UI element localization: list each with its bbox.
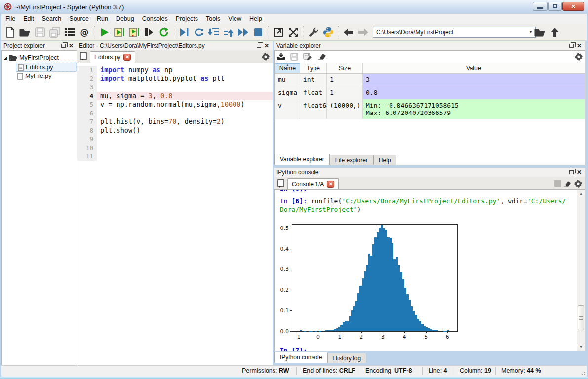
scroll-down-icon[interactable]: ▼: [577, 343, 585, 351]
menu-consoles[interactable]: Consoles: [138, 15, 172, 23]
column-header-type[interactable]: Type: [300, 63, 327, 73]
browse-tabs-button[interactable]: [274, 178, 287, 190]
variable-row-v[interactable]: vfloat64(10000,)Min: -0.8466367171058615…: [275, 99, 585, 119]
browse-directory-button[interactable]: [533, 25, 548, 39]
console-tab-1a[interactable]: Console 1/A ✕: [287, 178, 339, 190]
run-cell-button[interactable]: [112, 25, 127, 39]
column-header-size[interactable]: Size: [327, 63, 363, 73]
tab-variable-explorer[interactable]: Variable explorer: [274, 154, 330, 165]
editor-tab-editors-py[interactable]: Editors.py ✕: [90, 51, 135, 63]
undock-button[interactable]: [567, 42, 575, 49]
editor-options-button[interactable]: [262, 53, 270, 61]
continue-button[interactable]: [236, 25, 251, 39]
code-line-6[interactable]: 6: [77, 109, 273, 118]
menu-tools[interactable]: Tools: [202, 15, 224, 23]
python-path-button[interactable]: [321, 25, 336, 39]
code-line-11[interactable]: 11: [77, 152, 273, 161]
variable-row-sigma[interactable]: sigmafloat10.8: [275, 86, 585, 99]
maximize-button[interactable]: [548, 2, 562, 11]
run-file-button[interactable]: [97, 25, 112, 39]
rerun-button[interactable]: [157, 25, 171, 39]
step-return-button[interactable]: [221, 25, 236, 39]
interrupt-kernel-button[interactable]: [554, 180, 561, 187]
undock-button[interactable]: [255, 42, 263, 49]
code-line-1[interactable]: 1import numpy as np: [77, 66, 273, 75]
resize-grip[interactable]: [580, 370, 586, 376]
minimize-button[interactable]: [533, 2, 548, 11]
stop-debug-button[interactable]: [251, 25, 266, 39]
remove-variables-button[interactable]: [317, 53, 326, 60]
wrench-icon: [308, 27, 319, 38]
close-pane-button[interactable]: ✕: [67, 42, 75, 49]
browse-tabs-button[interactable]: [77, 51, 90, 63]
close-console-button[interactable]: ✕: [327, 181, 334, 188]
menu-debug[interactable]: Debug: [112, 15, 138, 23]
console-scrollbar[interactable]: ▲ ▼: [577, 190, 585, 351]
back-button[interactable]: [341, 25, 356, 39]
run-selection-button[interactable]: [142, 25, 157, 39]
tree-item-editors-py[interactable]: Editors.py: [16, 63, 77, 72]
maximize-pane-button[interactable]: [271, 25, 286, 39]
tab-ipython-console[interactable]: IPython console: [274, 352, 327, 363]
code-line-10[interactable]: 10: [77, 144, 273, 152]
save-data-as-button[interactable]: [303, 53, 312, 61]
menu-view[interactable]: View: [224, 15, 245, 23]
clear-console-button[interactable]: [563, 181, 571, 187]
menu-search[interactable]: Search: [38, 15, 66, 23]
code-editor[interactable]: 1import numpy as np2import matplotlib.py…: [77, 63, 273, 365]
tree-item-myfile-py[interactable]: MyFile.py: [16, 72, 77, 80]
menu-projects[interactable]: Projects: [172, 15, 202, 23]
working-directory-input[interactable]: [373, 27, 536, 38]
tab-file-explorer[interactable]: File explorer: [330, 155, 373, 165]
working-directory-combo[interactable]: ▼: [373, 27, 533, 38]
debug-file-button[interactable]: [177, 25, 192, 39]
menu-edit[interactable]: Edit: [19, 15, 38, 23]
scrollbar-thumb[interactable]: [578, 305, 584, 330]
menu-run[interactable]: Run: [93, 15, 112, 23]
save-data-button[interactable]: [290, 53, 298, 61]
code-line-7[interactable]: 7plt.hist(v, bins=70, density=2): [77, 117, 273, 126]
variable-row-mu[interactable]: muint13: [275, 74, 585, 86]
close-pane-button[interactable]: ✕: [575, 42, 583, 49]
forward-button[interactable]: [356, 25, 371, 39]
menu-file[interactable]: File: [1, 15, 19, 23]
code-line-2[interactable]: 2import matplotlib.pyplot as plt: [77, 75, 273, 83]
file-switcher-button[interactable]: [62, 25, 77, 39]
tab-history-log[interactable]: History log: [327, 353, 366, 363]
code-line-3[interactable]: 3: [77, 83, 273, 92]
tab-help[interactable]: Help: [373, 155, 396, 165]
code-line-5[interactable]: 5v = np.random.normal(mu,sigma,10000): [77, 100, 273, 109]
parent-directory-button[interactable]: [548, 25, 562, 39]
undock-button[interactable]: [567, 169, 575, 176]
tree-expand-icon[interactable]: ◢: [2, 56, 9, 60]
save-button[interactable]: [33, 25, 47, 39]
column-header-value[interactable]: Value: [363, 63, 585, 73]
tree-root-project[interactable]: ◢MyFirstProject: [2, 53, 77, 63]
console-options-button[interactable]: [574, 180, 582, 188]
import-data-button[interactable]: [277, 53, 285, 61]
menu-help[interactable]: Help: [245, 15, 266, 23]
menu-source[interactable]: Source: [65, 15, 93, 23]
scroll-up-icon[interactable]: ▲: [577, 190, 585, 197]
run-cell-advance-button[interactable]: [127, 25, 142, 39]
fullscreen-button[interactable]: [286, 25, 301, 39]
column-header-name[interactable]: ▲ Name: [275, 63, 300, 73]
close-tab-button[interactable]: ✕: [123, 54, 131, 61]
close-button[interactable]: ✕: [562, 2, 584, 11]
code-line-9[interactable]: 9: [77, 135, 273, 144]
step-into-button[interactable]: [206, 25, 221, 39]
variable-explorer-options-button[interactable]: [575, 53, 583, 61]
find-symbols-button[interactable]: @: [77, 25, 92, 39]
console-output[interactable]: In [6]: In [6]: runfile('C:/Users/Dora/M…: [274, 190, 585, 351]
undock-button[interactable]: [59, 42, 67, 49]
preferences-button[interactable]: [306, 25, 321, 39]
close-pane-button[interactable]: ✕: [263, 42, 271, 49]
close-pane-button[interactable]: ✕: [575, 169, 583, 176]
code-line-4[interactable]: 4mu, sigma = 3, 0.8: [77, 92, 273, 101]
step-button[interactable]: [192, 25, 206, 39]
stop-icon: [254, 28, 263, 37]
new-file-button[interactable]: [3, 25, 18, 39]
save-all-button[interactable]: [47, 25, 62, 39]
code-line-8[interactable]: 8plt.show(): [77, 126, 273, 135]
open-file-button[interactable]: [18, 25, 33, 39]
